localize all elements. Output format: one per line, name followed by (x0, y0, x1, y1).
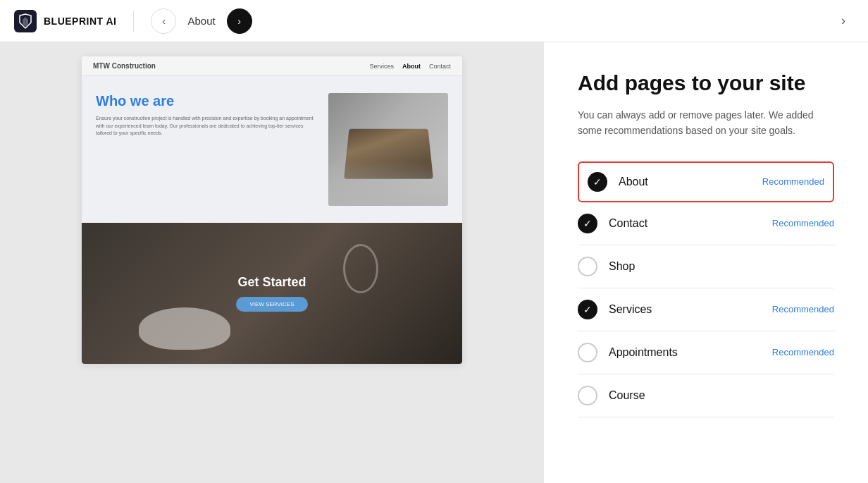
forward-icon: › (237, 16, 241, 27)
page-item-about[interactable]: ✓ About Recommended (578, 161, 834, 202)
page-item-contact[interactable]: ✓ Contact Recommended (578, 202, 834, 245)
page-label-services: Services (609, 303, 772, 316)
page-item-services[interactable]: ✓ Services Recommended (578, 288, 834, 331)
forward-button[interactable]: › (227, 8, 252, 34)
page-label-course: Course (609, 389, 834, 402)
preview-nav-links: Services About Contact (369, 63, 451, 70)
recommended-badge-appointments: Recommended (772, 347, 834, 357)
checkbox-about[interactable]: ✓ (588, 172, 607, 192)
top-navigation: BLUEPRINT AI ‹ About › › (0, 0, 868, 42)
preview-panel: MTW Construction Services About Contact … (0, 42, 544, 483)
checkbox-services[interactable]: ✓ (578, 300, 597, 319)
preview-nav-about: About (402, 63, 421, 70)
checkbox-appointments[interactable] (578, 343, 597, 362)
main-layout: MTW Construction Services About Contact … (0, 42, 868, 483)
logo-icon (14, 10, 37, 32)
page-item-appointments[interactable]: Appointments Recommended (578, 331, 834, 374)
page-list: ✓ About Recommended ✓ Contact Recommende… (578, 161, 834, 417)
recommended-badge-services: Recommended (772, 304, 834, 314)
checkbox-course[interactable] (578, 386, 597, 405)
page-label-contact: Contact (609, 217, 772, 230)
preview-bottom-section: Get Started VIEW SERVICES (82, 223, 462, 364)
page-label-about: About (619, 176, 762, 188)
checkmark-icon-contact: ✓ (583, 219, 592, 228)
preview-bottom-title: Get Started (237, 275, 306, 290)
checkbox-shop[interactable] (578, 257, 597, 276)
page-item-course[interactable]: Course (578, 374, 834, 417)
nav-page-title: About (187, 15, 215, 27)
logo-text: BLUEPRINT AI (44, 16, 116, 27)
checkmark-icon-services: ✓ (583, 305, 592, 314)
nav-divider (133, 11, 134, 32)
page-label-appointments: Appointments (609, 346, 772, 359)
panel-title: Add pages to your site (578, 71, 834, 96)
preview-nav-services: Services (369, 63, 394, 70)
preview-nav-contact: Contact (429, 63, 451, 70)
logo-area: BLUEPRINT AI (14, 10, 116, 32)
preview-hero-title: Who we are (96, 93, 317, 109)
preview-hero-body: Ensure your construction project is hand… (96, 115, 317, 137)
right-panel: Add pages to your site You can always ad… (544, 42, 868, 483)
recommended-badge-about: Recommended (762, 176, 824, 187)
checkmark-icon: ✓ (593, 177, 602, 187)
preview-hero-text: Who we are Ensure your construction proj… (96, 93, 317, 137)
close-icon: › (841, 13, 845, 28)
preview-hero-image (328, 93, 448, 206)
preview-brand: MTW Construction (93, 62, 156, 70)
back-button[interactable]: ‹ (151, 8, 176, 34)
close-button[interactable]: › (833, 11, 854, 32)
page-item-shop[interactable]: Shop (578, 245, 834, 288)
wood-shape-decoration (344, 129, 433, 179)
checkbox-contact[interactable]: ✓ (578, 214, 597, 233)
page-label-shop: Shop (609, 260, 834, 273)
preview-hero: Who we are Ensure your construction proj… (82, 76, 462, 223)
back-icon: ‹ (162, 16, 166, 27)
tub-decoration (139, 307, 230, 350)
preview-nav: MTW Construction Services About Contact (82, 56, 462, 76)
circle-decoration (343, 244, 378, 293)
site-preview: MTW Construction Services About Contact … (82, 56, 462, 364)
recommended-badge-contact: Recommended (772, 218, 834, 228)
panel-description: You can always add or remove pages later… (578, 107, 834, 139)
preview-bottom-button[interactable]: VIEW SERVICES (236, 297, 309, 312)
